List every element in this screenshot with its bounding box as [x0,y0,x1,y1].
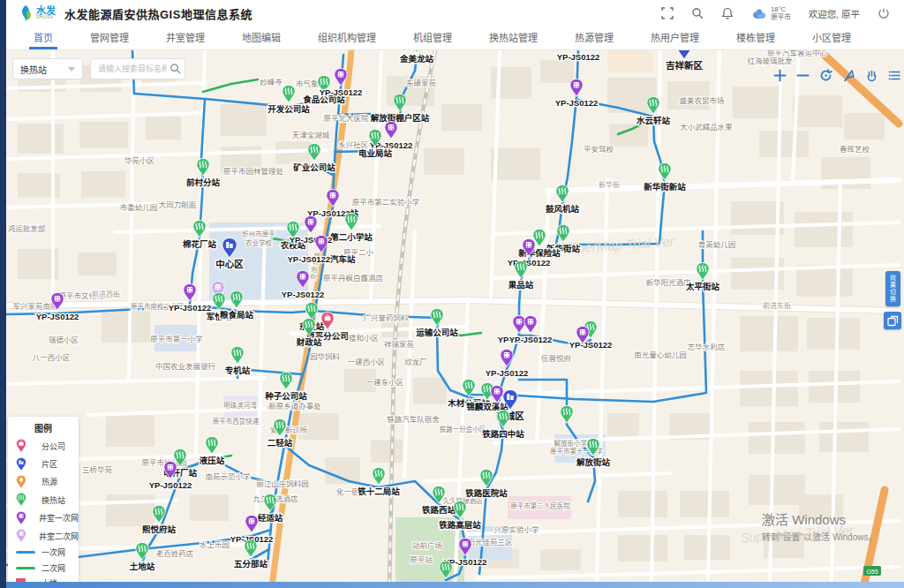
legend-label: 换热站 [41,494,65,506]
search-submit-icon[interactable] [170,63,181,74]
station-marker-exchange[interactable]: 前村分站 [186,158,221,187]
basemap-label: 春晖艺校 [840,145,870,154]
nav-tab-8[interactable]: 热用户管理 [632,26,718,49]
reset-view-button[interactable] [818,68,833,83]
station-marker-exchange[interactable]: YP-JS0122 [569,320,613,350]
pipe-line[interactable] [203,79,258,92]
station-label: 铁路医院站 [465,488,508,498]
station-label: YP-JS0122 [486,368,529,378]
station-marker-well1[interactable] [491,385,503,403]
basemap-label: 妙峰寺 [260,78,282,87]
legend-label: 热源 [41,476,57,487]
measure-flag-button[interactable] [841,68,856,83]
search-icon[interactable] [691,7,704,19]
effect-toggle-button[interactable]: 效果切换 [885,271,900,306]
station-label: 专机站 [225,366,251,375]
station-label: 土地站 [130,562,155,571]
basemap-label: 忻州市原平 [242,230,275,238]
svg-text:激活 Windows: 激活 Windows [762,512,846,527]
nav-tab-6[interactable]: 换热站管理 [471,26,556,49]
station-label: 财政站 [296,337,322,347]
legend-item-line1: 一次网 [8,545,79,560]
station-label: YP-JS0122 [508,258,551,268]
layers-button[interactable] [884,312,901,329]
basemap-label: 南光童心幼儿园 [634,351,687,359]
basemap-label: 大小武精品水果 [680,123,733,132]
station-marker-well1[interactable]: YP-JS0122 [555,79,599,108]
basemap-label: 志华水利店 [688,343,726,351]
power-icon[interactable] [878,7,890,19]
legend-label: 井室二次网 [39,531,79,542]
nav-tab-9[interactable]: 楼栋管理 [718,26,794,49]
basemap-buildings [18,60,885,570]
basemap-label: 铁路汽车队宿舍 [387,415,440,424]
basemap-label: 祥瑞家苑 [384,340,415,349]
station-marker-exchange[interactable]: 液压站 [200,436,225,465]
station-marker-exchange[interactable]: 铁十二局站 [358,467,400,496]
gis-map[interactable]: G55 SuperMap Trial VerSuperMap Trial Ver… [6,50,904,582]
basemap-label: 盛美农贸市场 [679,96,724,105]
branch-icon [16,439,35,453]
station-label: 鼓风机站 [546,204,580,214]
legend-item-well2: 井室二次网 [8,527,79,545]
map-canvas[interactable]: G55 SuperMap Trial VerSuperMap Trial Ver… [6,50,904,582]
station-label: 二轻站 [267,438,293,448]
line2-icon [16,567,35,569]
station-marker-exchange[interactable]: 新华街新站 [644,162,686,192]
nav-tab-5[interactable]: 机组管理 [395,26,471,49]
city-label: 原平市 [771,13,791,21]
well1-icon [16,511,33,525]
basemap-label: 伍蓉悦府 [541,354,572,363]
station-marker-exchange[interactable]: 专机站 [225,346,251,375]
station-label: 前村分站 [186,177,221,187]
station-label: 吉祥新区 [666,60,703,71]
nav-tab-4[interactable]: 组织机构管理 [299,26,395,49]
zoom-out-button[interactable] [795,68,810,83]
bell-icon[interactable] [721,7,734,19]
basemap-label: 中国农业发展银行 [155,362,216,371]
nav-tab-1[interactable]: 管网管理 [72,26,147,49]
station-marker-well1[interactable]: YP-JS0122 [169,283,212,313]
station-label: YP-JS0122 [282,290,325,299]
map-toolbar [772,68,902,83]
legend-item-exchange: 换热站 [8,491,79,509]
station-label: YP-JS0122汽车站 [287,254,356,264]
source-icon [16,475,35,489]
legend-item-well1: 井室一次网 [8,509,79,527]
nav-tab-3[interactable]: 地图编辑 [223,26,299,49]
page-title: 水发能源盾安供热GIS地理信息系统 [64,5,252,22]
map-legend: 图例 分公司片区热源换热站井室一次网井室二次网一次网二次网大楼 [8,417,79,582]
pan-hand-button[interactable] [864,68,879,83]
nav-tab-0[interactable]: 首页 [15,26,72,49]
basemap-label: 原平丹枫白露酒店 [323,274,384,283]
station-marker-exchange[interactable]: 铁路医院站 [465,469,508,498]
legend-label: 一次网 [41,547,65,558]
basemap-label: 育英幼儿园 [698,240,736,249]
svg-text:G55: G55 [866,569,878,575]
zoom-in-button[interactable] [772,68,787,83]
shuifa-logo-icon [19,4,34,22]
nav-tab-10[interactable]: 小区管理 [794,26,870,49]
legend-list-button[interactable] [887,68,902,83]
station-label: 熙悦府站 [142,524,177,534]
fullscreen-icon[interactable] [661,7,674,19]
legend-item-source: 热源 [8,473,79,491]
station-label: 种子公司站 [264,391,307,401]
station-label: 经适站 [258,513,283,523]
station-label: 棉花厂站 [183,239,217,249]
station-label: 果品站 [508,280,534,290]
station-marker-district[interactable]: 吉祥新区 [666,50,703,71]
basemap-label: 原平市园林管理处 [223,167,284,176]
station-marker-exchange[interactable]: 运输公司站 [416,308,458,337]
nav-tab-7[interactable]: 热源管理 [556,26,632,49]
nav-tab-2[interactable]: 井室管理 [147,26,223,49]
station-marker-well1[interactable]: YP-JS0122 [557,50,600,62]
station-marker-exchange[interactable]: 金美龙站 [399,50,434,64]
station-type-select[interactable]: 换热站 [12,58,83,79]
basemap-label: 原平市西货快递 [213,417,260,426]
basemap-label: 军兴家苑南院 [12,302,58,311]
legend-label: 分公司 [41,441,65,452]
basemap-label: 铁路一分会小区 [440,425,486,433]
station-marker-exchange[interactable] [561,405,573,423]
station-marker-well1[interactable]: YP-JS0122 [486,349,529,378]
